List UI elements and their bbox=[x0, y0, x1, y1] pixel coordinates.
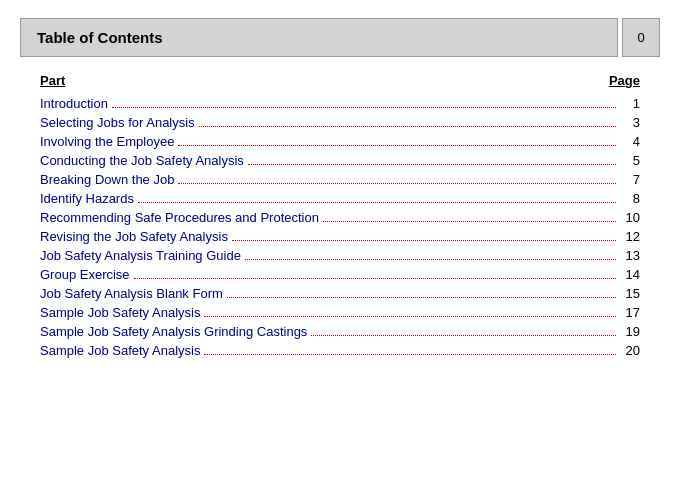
entry-page: 15 bbox=[620, 286, 640, 301]
toc-entry[interactable]: Conducting the Job Safety Analysis5 bbox=[40, 153, 640, 168]
toc-entry[interactable]: Breaking Down the Job7 bbox=[40, 172, 640, 187]
entry-page: 19 bbox=[620, 324, 640, 339]
entry-dots bbox=[232, 240, 616, 241]
entry-title: Involving the Employee bbox=[40, 134, 174, 149]
toc-entry[interactable]: Sample Job Safety Analysis17 bbox=[40, 305, 640, 320]
entry-dots bbox=[248, 164, 616, 165]
entry-title: Recommending Safe Procedures and Protect… bbox=[40, 210, 319, 225]
entry-page: 13 bbox=[620, 248, 640, 263]
toc-title: Table of Contents bbox=[37, 29, 163, 46]
toc-entry[interactable]: Job Safety Analysis Training Guide13 bbox=[40, 248, 640, 263]
entry-dots bbox=[178, 183, 616, 184]
entry-page: 8 bbox=[620, 191, 640, 206]
entry-page: 14 bbox=[620, 267, 640, 282]
toc-entry[interactable]: Revising the Job Safety Analysis12 bbox=[40, 229, 640, 244]
entry-dots bbox=[311, 335, 616, 336]
toc-entry[interactable]: Introduction1 bbox=[40, 96, 640, 111]
entry-dots bbox=[245, 259, 616, 260]
entry-title: Sample Job Safety Analysis Grinding Cast… bbox=[40, 324, 307, 339]
toc-entry[interactable]: Sample Job Safety Analysis20 bbox=[40, 343, 640, 358]
entry-page: 12 bbox=[620, 229, 640, 244]
entry-dots bbox=[323, 221, 616, 222]
header-row: Table of Contents 0 bbox=[20, 18, 660, 57]
column-headers: Part Page bbox=[40, 73, 640, 88]
entry-title: Breaking Down the Job bbox=[40, 172, 174, 187]
toc-entry[interactable]: Job Safety Analysis Blank Form15 bbox=[40, 286, 640, 301]
entry-title: Conducting the Job Safety Analysis bbox=[40, 153, 244, 168]
entry-page: 5 bbox=[620, 153, 640, 168]
entry-page: 3 bbox=[620, 115, 640, 130]
entry-page: 17 bbox=[620, 305, 640, 320]
col-part-label: Part bbox=[40, 73, 65, 88]
entry-dots bbox=[112, 107, 616, 108]
entry-dots bbox=[204, 354, 616, 355]
toc-entries: Introduction1Selecting Jobs for Analysis… bbox=[40, 96, 640, 362]
toc-body: Part Page Introduction1Selecting Jobs fo… bbox=[20, 73, 660, 362]
toc-title-box: Table of Contents bbox=[20, 18, 618, 57]
header-page-number: 0 bbox=[637, 30, 644, 45]
col-page-label: Page bbox=[609, 73, 640, 88]
entry-page: 10 bbox=[620, 210, 640, 225]
page-container: Table of Contents 0 Part Page Introducti… bbox=[0, 0, 680, 500]
entry-title: Group Exercise bbox=[40, 267, 130, 282]
entry-title: Identify Hazards bbox=[40, 191, 134, 206]
page-number-box: 0 bbox=[622, 18, 660, 57]
entry-page: 4 bbox=[620, 134, 640, 149]
entry-page: 1 bbox=[620, 96, 640, 111]
toc-entry[interactable]: Recommending Safe Procedures and Protect… bbox=[40, 210, 640, 225]
entry-page: 20 bbox=[620, 343, 640, 358]
entry-title: Sample Job Safety Analysis bbox=[40, 343, 200, 358]
entry-dots bbox=[204, 316, 616, 317]
entry-title: Sample Job Safety Analysis bbox=[40, 305, 200, 320]
toc-entry[interactable]: Sample Job Safety Analysis Grinding Cast… bbox=[40, 324, 640, 339]
entry-title: Introduction bbox=[40, 96, 108, 111]
toc-entry[interactable]: Identify Hazards8 bbox=[40, 191, 640, 206]
entry-dots bbox=[178, 145, 616, 146]
entry-page: 7 bbox=[620, 172, 640, 187]
entry-title: Selecting Jobs for Analysis bbox=[40, 115, 195, 130]
toc-entry[interactable]: Involving the Employee4 bbox=[40, 134, 640, 149]
toc-entry[interactable]: Group Exercise14 bbox=[40, 267, 640, 282]
entry-title: Job Safety Analysis Blank Form bbox=[40, 286, 223, 301]
entry-dots bbox=[134, 278, 616, 279]
entry-dots bbox=[138, 202, 616, 203]
toc-entry[interactable]: Selecting Jobs for Analysis3 bbox=[40, 115, 640, 130]
entry-dots bbox=[199, 126, 616, 127]
entry-title: Job Safety Analysis Training Guide bbox=[40, 248, 241, 263]
entry-dots bbox=[227, 297, 616, 298]
entry-title: Revising the Job Safety Analysis bbox=[40, 229, 228, 244]
